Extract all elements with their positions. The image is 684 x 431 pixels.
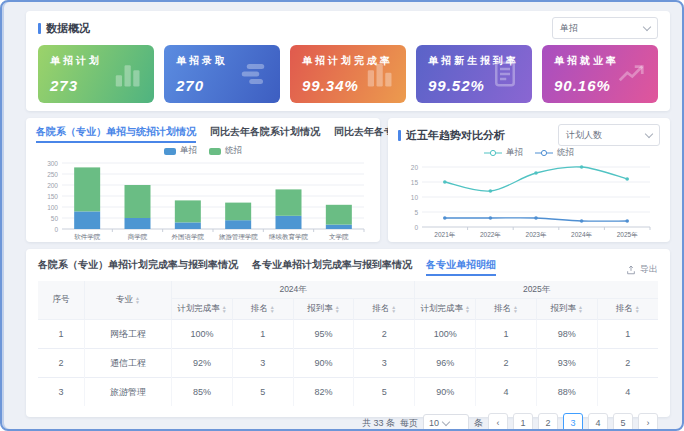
legend-line-marker [484, 149, 502, 157]
sort-icon[interactable]: ▲▼ [635, 305, 640, 313]
col-header-0-0: 计划完成率 ▲▼ [172, 299, 233, 320]
overview-panel: 数据概况 单招 单招计划273单招录取270单招计划完成率99.34%单招新生报… [26, 11, 670, 111]
trend-filter-value: 计划人数 [566, 129, 602, 142]
legend-item-单招[interactable]: 单招 [484, 147, 523, 159]
col-header-1-3: 排名 ▲▼ [597, 299, 658, 320]
col-header-0-2: 报到率 ▲▼ [293, 299, 354, 320]
col-header-1-0: 计划完成率 ▲▼ [415, 299, 476, 320]
svg-text:2025年: 2025年 [617, 231, 638, 238]
col-header-0-3: 排名 ▲▼ [354, 299, 415, 320]
cell-value: 4 [476, 378, 537, 407]
overview-filter-select[interactable]: 单招 [552, 17, 658, 39]
svg-text:旅游管理学院: 旅游管理学院 [219, 233, 259, 241]
export-button[interactable]: 导出 [626, 263, 658, 276]
trend-up-icon [616, 59, 646, 89]
detail-panel: 各院系（专业）单招计划完成率与报到率情况各专业单招计划完成率与报到率情况各专业单… [26, 249, 670, 417]
cell-major: 网络工程 [85, 320, 172, 349]
svg-text:2023年: 2023年 [526, 231, 547, 238]
cell-value: 3 [354, 349, 415, 378]
per-page-select[interactable]: 10 [423, 414, 469, 431]
cell-value: 92% [172, 349, 233, 378]
plan-chart-panel: 各院系（专业）单招与统招计划情况同比去年各院系计划情况同比去年各专业计划情况 单… [26, 118, 380, 242]
plan-tab-1[interactable]: 同比去年各院系计划情况 [210, 125, 320, 143]
sort-icon[interactable]: ▲▼ [222, 305, 227, 313]
plan-tabs: 各院系（专业）单招与统招计划情况同比去年各院系计划情况同比去年各专业计划情况 [36, 125, 370, 143]
detail-tab-0[interactable]: 各院系（专业）单招计划完成率与报到率情况 [38, 258, 238, 276]
next-page-button[interactable]: › [638, 413, 658, 431]
cell-value: 90% [293, 349, 354, 378]
cell-value: 4 [597, 378, 658, 407]
chevron-down-icon [643, 22, 651, 30]
kpi-card-3: 单招新生报到率99.52% [416, 45, 532, 103]
sort-icon[interactable]: ▲▼ [335, 305, 340, 313]
svg-text:2022年: 2022年 [480, 231, 501, 238]
col-header-major: 专业 ▲▼ [85, 281, 172, 320]
sort-icon[interactable]: ▲▼ [391, 305, 396, 313]
sort-icon[interactable]: ▲▼ [513, 305, 518, 313]
svg-text:2021年: 2021年 [434, 231, 455, 238]
cell-value: 100% [172, 320, 233, 349]
trend-title-text: 近五年趋势对比分析 [406, 128, 505, 143]
svg-text:200: 200 [47, 182, 58, 189]
detail-tab-1[interactable]: 各专业单招计划完成率与报到率情况 [252, 258, 412, 276]
kpi-card-1: 单招录取270 [164, 45, 280, 103]
cell-value: 1 [476, 320, 537, 349]
trend-line-chart: 051015202021年2022年2023年2024年2025年 [398, 161, 660, 239]
sort-icon[interactable]: ▲▼ [135, 296, 140, 304]
sort-icon[interactable]: ▲▼ [270, 305, 275, 313]
legend-line-marker [535, 149, 553, 157]
sort-icon[interactable]: ▲▼ [578, 305, 583, 313]
kpi-card-0: 单招计划273 [38, 45, 154, 103]
svg-text:15: 15 [411, 179, 419, 186]
list-bars-icon [238, 59, 268, 89]
title-bar-accent [38, 23, 41, 34]
svg-text:150: 150 [47, 193, 58, 200]
page-button-3[interactable]: 3 [563, 413, 583, 431]
year-group-1: 2025年 [415, 281, 658, 299]
detail-tab-2[interactable]: 各专业单招明细 [426, 258, 496, 276]
cell-major: 通信工程 [85, 349, 172, 378]
export-icon [626, 265, 636, 275]
legend-item-单招[interactable]: 单招 [164, 145, 197, 157]
sort-icon[interactable]: ▲▼ [465, 305, 470, 313]
per-page-label: 每页 [400, 417, 418, 430]
page-button-1[interactable]: 1 [513, 413, 533, 431]
page-button-2[interactable]: 2 [538, 413, 558, 431]
majors-table: 序号专业 ▲▼2024年2025年计划完成率 ▲▼排名 ▲▼报到率 ▲▼排名 ▲… [38, 281, 658, 406]
legend-item-统招[interactable]: 统招 [535, 147, 574, 159]
trend-chart-panel: 近五年趋势对比分析 计划人数 单招统招 051015202021年2022年20… [388, 118, 670, 242]
stacked-bar-chart: 050100150200250300软件学院商学院外国语学院旅游管理学院继续教育… [36, 159, 370, 241]
cell-value: 2 [597, 349, 658, 378]
cell-no: 3 [38, 378, 85, 407]
svg-text:外国语学院: 外国语学院 [172, 233, 205, 241]
cell-value: 2 [476, 349, 537, 378]
pagination: 共 33 条每页10条‹12345› [38, 413, 658, 431]
prev-page-button[interactable]: ‹ [488, 413, 508, 431]
svg-text:100: 100 [47, 204, 58, 211]
svg-text:300: 300 [47, 160, 58, 167]
legend-item-统招[interactable]: 统招 [209, 145, 242, 157]
cell-no: 1 [38, 320, 85, 349]
svg-text:5: 5 [414, 209, 418, 216]
svg-text:10: 10 [411, 194, 419, 201]
cell-value: 96% [415, 349, 476, 378]
plan-tab-0[interactable]: 各院系（专业）单招与统招计划情况 [36, 125, 196, 143]
overview-title: 数据概况 [38, 21, 90, 36]
trend-filter-select[interactable]: 计划人数 [558, 124, 660, 146]
svg-text:250: 250 [47, 171, 58, 178]
document-icon [490, 59, 520, 89]
column-chart-icon [364, 59, 394, 89]
page-button-4[interactable]: 4 [588, 413, 608, 431]
page-button-5[interactable]: 5 [613, 413, 633, 431]
cell-value: 85% [172, 378, 233, 407]
svg-text:软件学院: 软件学院 [74, 233, 101, 241]
charts-row: 各院系（专业）单招与统招计划情况同比去年各院系计划情况同比去年各专业计划情况 单… [26, 118, 670, 242]
svg-text:2024年: 2024年 [571, 231, 592, 238]
overview-title-text: 数据概况 [46, 21, 90, 36]
cell-value: 1 [232, 320, 293, 349]
per-page-unit: 条 [474, 417, 483, 430]
col-header-no: 序号 [38, 281, 85, 320]
cell-value: 3 [232, 349, 293, 378]
svg-text:0: 0 [414, 224, 418, 231]
col-header-0-1: 排名 ▲▼ [232, 299, 293, 320]
